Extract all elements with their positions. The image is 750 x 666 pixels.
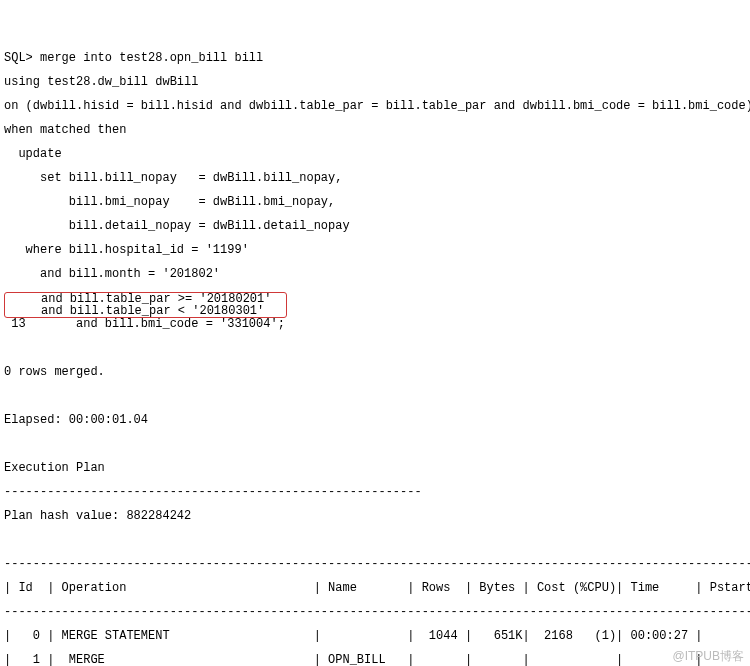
sql-line: SQL> merge into test28.opn_bill bill xyxy=(4,52,746,64)
sql-line: and bill.month = '201802' xyxy=(4,268,746,280)
plan-header: | Id | Operation | Name | Rows | Bytes |… xyxy=(4,582,746,594)
plan-border: ----------------------------------------… xyxy=(4,558,746,570)
sql-line: on (dwbill.hisid = bill.hisid and dwbill… xyxy=(4,100,746,112)
highlight-box-1: and bill.table_par >= '20180201' and bil… xyxy=(4,292,287,318)
plan-row: | 1 | MERGE | OPN_BILL | | | | | | | xyxy=(4,654,746,666)
plan-row: | 0 | MERGE STATEMENT | | 1044 | 651K| 2… xyxy=(4,630,746,642)
sql-line: set bill.bill_nopay = dwBill.bill_nopay, xyxy=(4,172,746,184)
sql-line: where bill.hospital_id = '1199' xyxy=(4,244,746,256)
blank-line xyxy=(4,438,746,450)
execution-plan-title: Execution Plan xyxy=(4,462,746,474)
watermark: @ITPUB博客 xyxy=(672,650,744,662)
rows-merged: 0 rows merged. xyxy=(4,366,746,378)
sql-highlight-line: and bill.table_par < '20180301' xyxy=(5,304,286,318)
blank-line xyxy=(4,342,746,354)
sql-line: using test28.dw_bill dwBill xyxy=(4,76,746,88)
sql-line: update xyxy=(4,148,746,160)
blank-line xyxy=(4,534,746,546)
plan-hash: Plan hash value: 882284242 xyxy=(4,510,746,522)
elapsed-time: Elapsed: 00:00:01.04 xyxy=(4,414,746,426)
sql-line: 13 and bill.bmi_code = '331004'; xyxy=(4,318,746,330)
sql-line: bill.bmi_nopay = dwBill.bmi_nopay, xyxy=(4,196,746,208)
blank-line xyxy=(4,390,746,402)
plan-border: ----------------------------------------… xyxy=(4,606,746,618)
sql-line: when matched then xyxy=(4,124,746,136)
separator: ----------------------------------------… xyxy=(4,486,746,498)
sql-line: bill.detail_nopay = dwBill.detail_nopay xyxy=(4,220,746,232)
